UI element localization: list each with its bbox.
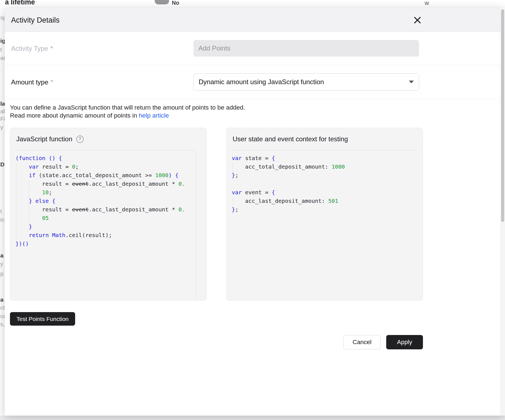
activity-details-dialog: Activity Details Activity Type * Amount …: [5, 8, 505, 416]
bg-text-fragment: a: [0, 296, 4, 303]
help-article-link[interactable]: help article: [139, 112, 169, 119]
code-line: } else {: [15, 197, 194, 205]
bg-text-fragment: ar: [0, 55, 5, 61]
activity-type-label-text: Activity Type: [11, 45, 48, 52]
code-line: };: [232, 171, 411, 180]
javascript-function-editor[interactable]: (function () { var result = 0; if (state…: [15, 153, 194, 297]
bg-bottom-strip: [0, 416, 505, 420]
code-line: acc_last_deposit_amount: 501: [232, 197, 411, 205]
code-line: return Math.ceil(result);: [15, 231, 194, 240]
bg-text-fragment: a: [0, 252, 4, 259]
amount-type-select[interactable]: Dynamic amount using JavaScript function: [193, 73, 419, 91]
test-context-panel: User state and event context for testing…: [226, 128, 423, 301]
code-line: [232, 180, 411, 188]
bg-text-fragment: ig: [0, 38, 5, 44]
code-line: var event = {: [232, 188, 411, 197]
code-line: if (state.acc_total_deposit_amount >= 10…: [15, 171, 194, 180]
description-line-2-text: Read more about dynamic amount of points…: [10, 112, 139, 119]
code-line: }: [15, 222, 194, 231]
bg-text-fragment: p: [0, 270, 4, 277]
dialog-title: Activity Details: [11, 8, 60, 32]
bg-toggle-label: No: [172, 0, 179, 6]
bg-text-fragment: s,: [0, 321, 5, 328]
bg-text-fragment: y: [0, 260, 3, 267]
close-icon[interactable]: [412, 15, 423, 26]
bg-text-fragment: D: [0, 161, 4, 168]
code-line: result = event.acc_last_deposit_amount *…: [15, 180, 194, 188]
bg-text-fragment: t: [0, 208, 2, 215]
modal-scrollbar-thumb[interactable]: [501, 9, 504, 222]
test-context-editor[interactable]: var state = { acc_total_deposit_amount: …: [232, 153, 411, 297]
panel-divider: [232, 150, 417, 150]
bg-toggle: [155, 0, 169, 4]
bg-text-fragment: ab: [0, 108, 5, 115]
bg-left-strip: spigtarlaabFiyDticaypactors,: [0, 0, 5, 420]
activity-type-input: [193, 40, 419, 57]
code-line: })(): [15, 240, 194, 248]
test-context-panel-header: User state and event context for testing: [227, 128, 423, 150]
code-line: var state = {: [232, 154, 411, 163]
code-line: 10;: [15, 188, 194, 197]
bg-text-fragment: Fi: [0, 116, 5, 122]
editor-scrollbar-track[interactable]: [196, 153, 196, 298]
description-line-1: You can define a JavaScript function tha…: [10, 103, 245, 111]
javascript-function-panel: JavaScript function ? (function () { var…: [10, 128, 207, 301]
amount-type-selected-value: Dynamic amount using JavaScript function: [199, 78, 409, 86]
bg-text-fragment: w: [425, 0, 429, 7]
amount-type-label: Amount type *: [11, 65, 53, 99]
javascript-function-panel-header: JavaScript function ?: [10, 128, 206, 150]
required-mark: *: [51, 78, 53, 86]
code-line: var result = 0;: [15, 163, 194, 171]
code-line: result = event.acc_last_deposit_amount *…: [15, 205, 194, 214]
code-line: 05: [15, 214, 194, 222]
bg-page-heading: a lifetime: [5, 0, 35, 6]
apply-button[interactable]: Apply: [386, 335, 423, 349]
test-context-panel-title: User state and event context for testing: [233, 135, 348, 143]
dynamic-amount-description: You can define a JavaScript function tha…: [10, 103, 245, 119]
code-line: (function () {: [15, 154, 194, 163]
required-mark: *: [50, 45, 53, 52]
panel-divider: [16, 150, 196, 150]
bg-text-fragment: or: [0, 313, 5, 320]
description-line-2: Read more about dynamic amount of points…: [10, 111, 245, 119]
bg-text-fragment: ct: [0, 304, 5, 311]
amount-type-row: Amount type * Dynamic amount using JavaS…: [5, 65, 505, 99]
code-line: acc_total_deposit_amount: 1000: [232, 163, 411, 171]
amount-type-label-text: Amount type: [11, 78, 48, 86]
bg-text-fragment: la: [0, 100, 5, 107]
code-line: };: [232, 205, 411, 214]
bg-text-fragment: t: [0, 46, 2, 53]
cancel-button[interactable]: Cancel: [343, 335, 381, 349]
bg-text-fragment: y: [0, 124, 3, 131]
test-points-function-button[interactable]: Test Points Function: [10, 312, 75, 326]
help-icon[interactable]: ?: [76, 135, 84, 143]
dialog-header: Activity Details: [5, 8, 505, 32]
close-x-glyph: [414, 16, 421, 24]
bg-text-fragment: sp: [0, 14, 5, 21]
activity-type-label: Activity Type *: [11, 32, 53, 65]
javascript-function-panel-title: JavaScript function: [16, 135, 72, 143]
bg-text-fragment: ic: [0, 216, 4, 223]
chevron-down-icon: [409, 81, 414, 83]
activity-type-row: Activity Type *: [5, 32, 505, 65]
